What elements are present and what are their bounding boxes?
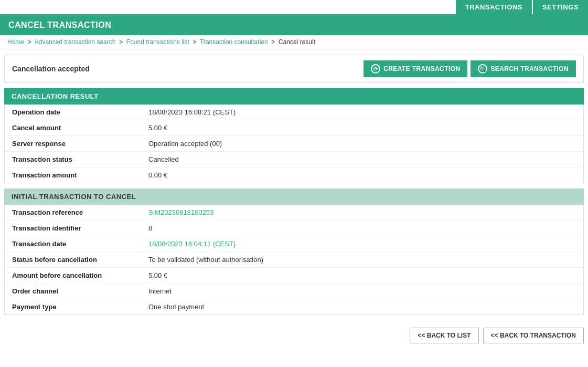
page-header: CANCEL TRANSACTION	[0, 15, 588, 35]
server-response-label: Server response	[5, 136, 141, 151]
search-transaction-label: SEARCH TRANSACTION	[490, 65, 569, 72]
table-row: Status before cancellation To be validat…	[5, 252, 583, 268]
cancellation-result-title: CANCELLATION RESULT	[12, 92, 99, 100]
breadcrumb-found-list[interactable]: Found transactions list	[126, 38, 189, 46]
cancellation-result-header: CANCELLATION RESULT	[4, 88, 584, 104]
action-bar: Cancellation accepted ⟳ CREATE TRANSACTI…	[4, 55, 584, 83]
breadcrumb-home[interactable]: Home	[7, 38, 24, 46]
initial-transaction-header: INITIAL TRANSACTION TO CANCEL	[4, 188, 584, 205]
server-response-value: Operation accepted (00)	[141, 136, 583, 151]
settings-nav-button[interactable]: SETTINGS	[532, 0, 588, 14]
transaction-identifier-value: 8	[141, 221, 583, 236]
footer-buttons: << BACK TO LIST << BACK TO TRANSACTION	[0, 320, 588, 351]
table-row: Cancel amount 5.00 €	[5, 120, 583, 136]
table-row: Server response Operation accepted (00)	[5, 136, 583, 152]
create-transaction-button[interactable]: ⟳ CREATE TRANSACTION	[364, 60, 467, 77]
table-row: Transaction amount 0.00 €	[5, 167, 583, 183]
back-to-transaction-button[interactable]: << BACK TO TRANSACTION	[483, 328, 584, 343]
page-title: CANCEL TRANSACTION	[8, 20, 111, 29]
cancellation-status-label: Cancellation accepted	[12, 65, 90, 73]
transaction-reference-label: Transaction reference	[5, 205, 141, 220]
action-buttons: ⟳ CREATE TRANSACTION 🔍 SEARCH TRANSACTIO…	[364, 60, 576, 77]
transaction-date-value[interactable]: 18/08/2023 16:04:11 (CEST)	[141, 236, 583, 251]
breadcrumb-current: Cancel result	[279, 38, 315, 46]
initial-transaction-section: Transaction reference SIM20230818160253 …	[4, 205, 584, 315]
cancel-amount-label: Cancel amount	[5, 120, 141, 135]
table-row: Transaction date 18/08/2023 16:04:11 (CE…	[5, 236, 583, 252]
top-navigation: TRANSACTIONS SETTINGS	[0, 0, 588, 15]
operation-date-value: 18/08/2023 16:08:21 (CEST)	[141, 104, 583, 120]
transaction-amount-value: 0.00 €	[141, 167, 583, 183]
transaction-reference-value[interactable]: SIM20230818160253	[141, 205, 583, 220]
amount-before-label: Amount before cancellation	[5, 268, 141, 283]
back-to-list-button[interactable]: << BACK TO LIST	[410, 328, 478, 343]
create-transaction-label: CREATE TRANSACTION	[383, 65, 460, 72]
order-channel-label: Order channel	[5, 284, 141, 299]
breadcrumb-consultation[interactable]: Transaction consultation	[200, 38, 268, 46]
transaction-amount-label: Transaction amount	[5, 167, 141, 183]
transaction-identifier-label: Transaction identifier	[5, 221, 141, 236]
payment-type-label: Payment type	[5, 299, 141, 314]
order-channel-value: Internet	[141, 284, 583, 299]
search-transaction-button[interactable]: 🔍 SEARCH TRANSACTION	[471, 60, 576, 77]
payment-type-value: One shot payment	[141, 299, 583, 314]
table-row: Order channel Internet	[5, 284, 583, 299]
status-before-label: Status before cancellation	[5, 252, 141, 267]
transaction-status-value: Cancelled	[141, 152, 583, 167]
cancel-amount-value: 5.00 €	[141, 120, 583, 135]
transactions-nav-button[interactable]: TRANSACTIONS	[456, 0, 532, 14]
table-row: Operation date 18/08/2023 16:08:21 (CEST…	[5, 104, 583, 120]
table-row: Transaction identifier 8	[5, 221, 583, 236]
amount-before-value: 5.00 €	[141, 268, 583, 283]
transaction-date-label: Transaction date	[5, 236, 141, 251]
table-row: Transaction status Cancelled	[5, 152, 583, 167]
breadcrumb: Home > Advanced transaction search > Fou…	[0, 35, 588, 49]
search-icon: 🔍	[478, 64, 487, 74]
table-row: Transaction reference SIM20230818160253	[5, 205, 583, 221]
breadcrumb-advanced-search[interactable]: Advanced transaction search	[35, 38, 116, 46]
table-row: Payment type One shot payment	[5, 299, 583, 314]
status-before-value: To be validated (without authorisation)	[141, 252, 583, 267]
transaction-status-label: Transaction status	[5, 152, 141, 167]
initial-transaction-title: INITIAL TRANSACTION TO CANCEL	[12, 193, 136, 201]
table-row: Amount before cancellation 5.00 €	[5, 268, 583, 284]
operation-date-label: Operation date	[5, 104, 141, 120]
cancellation-result-section: Operation date 18/08/2023 16:08:21 (CEST…	[4, 104, 584, 183]
create-icon: ⟳	[371, 64, 380, 74]
